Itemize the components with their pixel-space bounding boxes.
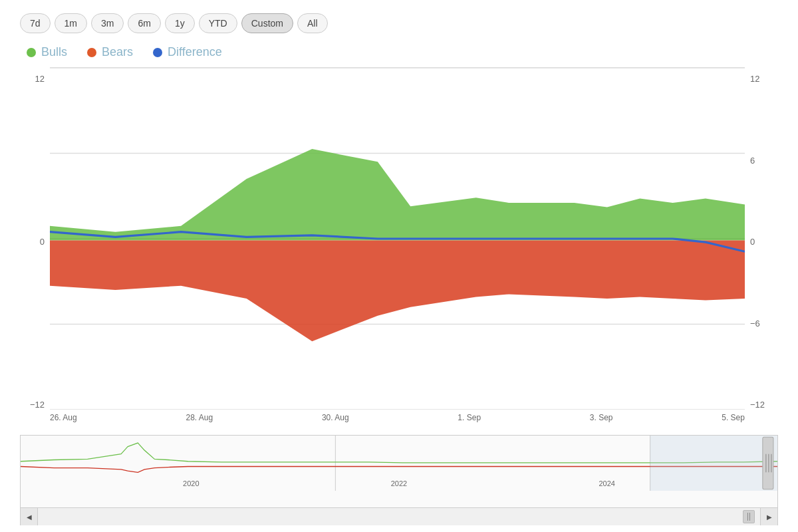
y-label-mid-left: 0 <box>20 237 45 247</box>
bulls-label: Bulls <box>41 45 67 59</box>
bulls-dot <box>27 48 36 57</box>
y-label-top-left: 12 <box>20 74 45 84</box>
btn-custom[interactable]: Custom <box>241 13 293 33</box>
bears-dot <box>87 48 96 57</box>
y-label-n12r: −12 <box>750 400 778 410</box>
x-axis: 26. Aug 28. Aug 30. Aug 1. Sep 3. Sep 5.… <box>50 410 745 430</box>
scrollbar-nav: ◀ ▶ <box>20 508 778 525</box>
chart-and-xaxis: 26. Aug 28. Aug 30. Aug 1. Sep 3. Sep 5.… <box>50 67 745 430</box>
chart-svg <box>50 68 745 410</box>
btn-1m[interactable]: 1m <box>55 13 87 33</box>
scrollbar-handle[interactable] <box>743 510 755 523</box>
bears-area <box>50 241 745 342</box>
x-label-4: 1. Sep <box>458 413 481 422</box>
main-container: 7d 1m 3m 6m 1y YTD Custom All Bulls Bear… <box>0 0 798 532</box>
btn-1y[interactable]: 1y <box>165 13 195 33</box>
legend-bears[interactable]: Bears <box>87 45 133 59</box>
chart-legend: Bulls Bears Difference <box>20 45 778 59</box>
btn-6m[interactable]: 6m <box>128 13 160 33</box>
x-label-6: 5. Sep <box>722 413 745 422</box>
btn-ytd[interactable]: YTD <box>199 13 237 33</box>
y-label-0r: 0 <box>750 237 778 247</box>
scroll-right-btn[interactable]: ▶ <box>760 508 777 525</box>
x-label-1: 26. Aug <box>50 413 77 422</box>
handle-line-1 <box>747 513 748 521</box>
y-label-12r: 12 <box>750 74 778 84</box>
difference-dot <box>153 48 162 57</box>
mini-x-2020: 2020 <box>183 479 199 487</box>
btn-all[interactable]: All <box>297 13 328 33</box>
bears-label: Bears <box>102 45 133 59</box>
y-label-n6r: −6 <box>750 319 778 329</box>
y-axis-left: 12 0 −12 <box>20 67 50 430</box>
time-range-selector: 7d 1m 3m 6m 1y YTD Custom All <box>20 13 778 33</box>
x-label-5: 3. Sep <box>590 413 613 422</box>
mini-x-2024: 2024 <box>598 479 614 487</box>
y-label-6r: 6 <box>750 156 778 166</box>
main-chart[interactable] <box>50 67 745 410</box>
x-label-3: 30. Aug <box>322 413 349 422</box>
x-label-2: 28. Aug <box>186 413 213 422</box>
legend-bulls[interactable]: Bulls <box>27 45 67 59</box>
mini-x-labels: 2020 2022 2024 <box>21 479 777 487</box>
mini-chart-inner: 2020 2022 2024 <box>21 436 777 491</box>
main-chart-wrapper: 12 0 −12 <box>20 67 778 430</box>
scroll-left-btn[interactable]: ◀ <box>21 508 38 525</box>
handle-line-2 <box>749 513 750 521</box>
y-axis-right: 12 6 0 −6 −12 <box>745 67 778 430</box>
scrollbar-track[interactable] <box>38 508 760 525</box>
y-label-bot-left: −12 <box>20 400 45 410</box>
difference-label: Difference <box>168 45 222 59</box>
btn-7d[interactable]: 7d <box>20 13 51 33</box>
mini-x-2022: 2022 <box>391 479 407 487</box>
btn-3m[interactable]: 3m <box>91 13 124 33</box>
mini-chart-container: 2020 2022 2024 <box>20 435 778 508</box>
legend-difference[interactable]: Difference <box>153 45 222 59</box>
bulls-area <box>50 149 745 240</box>
